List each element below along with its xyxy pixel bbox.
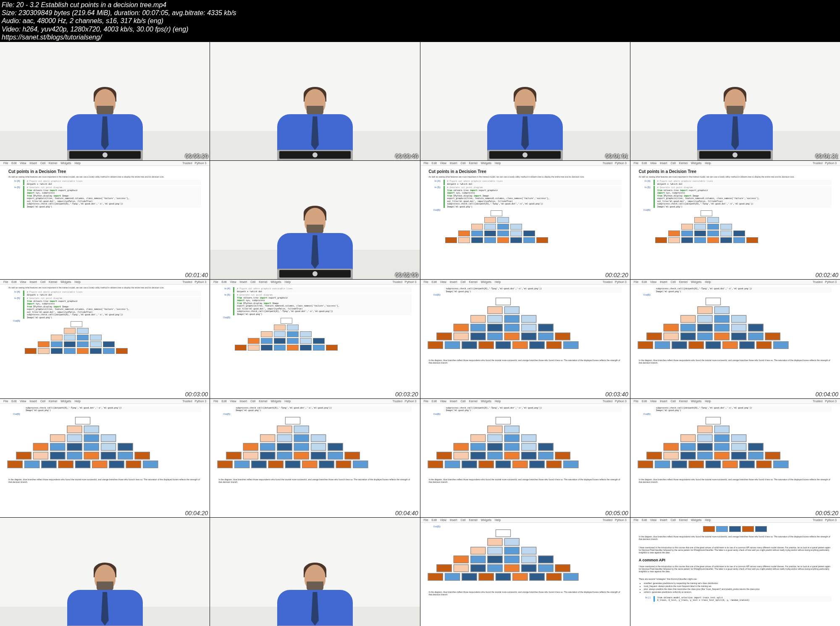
decision-tree-diagram: [425, 414, 580, 470]
thumb-8: FileEditViewInsertCellKernelWidgetsHelp …: [630, 161, 840, 279]
audio-line: Audio: aac, 48000 Hz, 2 channels, s16, 3…: [2, 17, 838, 25]
jupyter-menu: FileEditViewInsertCellKernelWidgetsHelp …: [0, 161, 210, 166]
timestamp: 00:03:40: [605, 391, 628, 398]
api-title: A common API: [639, 558, 832, 562]
thumb-17: 00:05:40: [0, 518, 210, 626]
jupyter-menu: FileEditViewInsertCellKernelWidgetsHelp …: [420, 161, 630, 166]
cell-prompt: In [4]:: [8, 180, 23, 185]
file-line: File: 20 - 3.2 Establish cut points in a…: [2, 1, 838, 9]
thumb-1: 00:00:20: [0, 42, 210, 160]
notebook-desc: As well as seeing what features are most…: [8, 175, 201, 178]
decision-tree-diagram: [425, 527, 580, 583]
timestamp: 00:00:20: [185, 153, 208, 160]
cell-prompt: In [5]:: [8, 186, 23, 208]
video-line: Video: h264, yuv420p, 1280x720, 4003 kb/…: [2, 25, 838, 33]
url-line: https://sanet.st/blogs/tutorialseng/: [2, 33, 838, 41]
timestamp: 00:02:00: [395, 272, 418, 278]
code-cell: # Generate cut point diagramfrom sklearn…: [23, 186, 201, 208]
thumb-12: FileEditViewInsertCellKernelWidgetsHelpT…: [630, 280, 840, 398]
decision-tree-diagram: [425, 296, 580, 351]
timestamp: 00:03:00: [185, 391, 208, 398]
thumb-10: FileEditViewInsertCellKernelWidgetsHelpT…: [210, 280, 420, 398]
timestamp: 00:04:20: [185, 510, 208, 516]
thumb-4: 00:01:21: [630, 42, 840, 160]
thumb-13: FileEditViewInsertCellKernelWidgetsHelpT…: [0, 399, 210, 517]
caption: In the diagram, blue branches reflect th…: [639, 357, 832, 366]
thumb-16: FileEditViewInsertCellKernelWidgetsHelpT…: [630, 399, 840, 517]
decision-tree-diagram: [654, 209, 760, 245]
thumb-6: 00:02:00: [210, 161, 420, 279]
notebook-title: Cut points in a Decision Tree: [8, 169, 201, 174]
thumbnail-grid: 00:00:20 00:00:40 00:01:01 00:01:21 File…: [0, 42, 840, 626]
timestamp: 00:04:00: [816, 391, 839, 398]
thumb-2: 00:00:40: [210, 42, 420, 160]
timestamp: 00:02:40: [816, 272, 839, 278]
timestamp: 00:00:40: [395, 153, 418, 160]
thumb-3: 00:01:01: [420, 42, 630, 160]
thumb-7: FileEditViewInsertCellKernelWidgetsHelp …: [420, 161, 630, 279]
caption: In the diagram, blue branches reflect th…: [639, 534, 832, 542]
decision-tree-diagram: [233, 316, 339, 352]
thumb-14: FileEditViewInsertCellKernelWidgetsHelpT…: [210, 399, 420, 517]
thumb-11: FileEditViewInsertCellKernelWidgetsHelpT…: [420, 280, 630, 398]
timestamp: 00:01:21: [816, 153, 839, 160]
thumb-5: FileEditViewInsertCellKernelWidgetsHelp …: [0, 161, 210, 279]
notebook-title: Cut points in a Decision Tree: [429, 169, 622, 174]
size-line: Size: 230309849 bytes (219.64 MiB), dura…: [2, 9, 838, 17]
decision-tree-diagram: [5, 414, 160, 470]
thumb-18: 00:06:00: [210, 518, 420, 626]
decision-tree-diagram: [215, 414, 370, 470]
timestamp: 00:01:01: [605, 153, 628, 160]
thumb-20: FileEditViewInsertCellKernelWidgetsHelpT…: [630, 518, 840, 626]
timestamp: 00:03:20: [395, 391, 418, 398]
decision-tree-diagram: [635, 414, 790, 470]
jupyter-menu: FileEditViewInsertCellKernelWidgetsHelp …: [630, 161, 840, 166]
timestamp: 00:01:40: [185, 272, 208, 278]
strategy-list: stratified: generates predictions by res…: [639, 582, 832, 594]
decision-tree-diagram: [444, 209, 550, 245]
thumb-15: FileEditViewInsertCellKernelWidgetsHelpT…: [420, 399, 630, 517]
api-text: I have mentioned in the introduction to …: [639, 545, 832, 555]
thumb-19: FileEditViewInsertCellKernelWidgetsHelpT…: [420, 518, 630, 626]
thumb-9: FileEditViewInsertCellKernelWidgetsHelpT…: [0, 280, 210, 398]
timestamp: 00:04:40: [395, 510, 418, 516]
caption: In the diagram, blue branches reflect th…: [429, 357, 622, 366]
decision-tree-diagram: [23, 320, 129, 356]
code-cell: # Figure out where graphviz executable l…: [23, 180, 201, 185]
file-info-header: File: 20 - 3.2 Establish cut points in a…: [0, 0, 840, 42]
timestamp: 00:05:00: [605, 510, 628, 516]
timestamp: 00:05:20: [816, 510, 839, 516]
decision-tree-diagram: [635, 296, 790, 351]
timestamp: 00:02:20: [605, 272, 628, 278]
tree-bottom: [639, 524, 832, 534]
